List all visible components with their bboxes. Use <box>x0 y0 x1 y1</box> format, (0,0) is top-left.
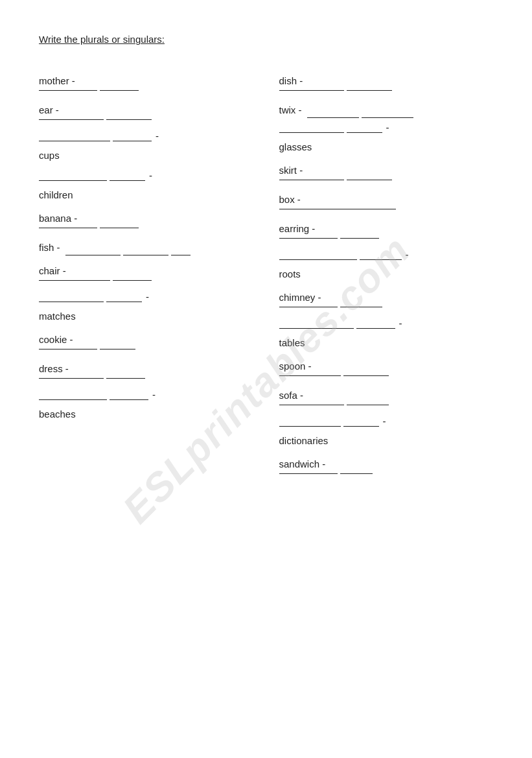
answer-line: - <box>279 318 494 329</box>
answer-line <box>279 90 494 91</box>
word-label: cups <box>39 148 253 163</box>
answer-line <box>39 228 253 228</box>
answer-line: - <box>39 130 253 141</box>
answer-line <box>279 375 494 376</box>
word-label: dress - <box>39 361 253 377</box>
right-column: dish - twix - - glasses <box>266 67 494 479</box>
word-label: children <box>39 187 253 203</box>
word-label: fish - <box>39 240 253 255</box>
list-item: chair - <box>39 257 253 285</box>
list-item: - tables <box>279 313 494 351</box>
list-item: dish - <box>279 67 494 95</box>
answer-line <box>279 209 494 209</box>
list-item: chimney - <box>279 283 494 311</box>
list-item: ear - <box>39 96 253 124</box>
word-label: sofa - <box>279 388 494 403</box>
word-label: sandwich - <box>279 456 494 472</box>
word-label: twix - <box>279 102 494 118</box>
answer-line: - <box>279 249 494 260</box>
answer-line <box>39 378 253 379</box>
answer-line: - <box>39 170 253 181</box>
answer-line: - <box>279 416 494 427</box>
word-label: skirt - <box>279 163 494 178</box>
word-label: roots <box>279 266 494 282</box>
word-label: chimney - <box>279 290 494 305</box>
answer-line <box>279 405 494 405</box>
instruction-text: Write the plurals or singulars: <box>39 34 165 45</box>
answer-line <box>279 180 494 180</box>
word-label: mother - <box>39 73 253 89</box>
word-label: cookie - <box>39 332 253 348</box>
list-item: earring - <box>279 215 494 243</box>
word-label: glasses <box>279 139 494 155</box>
answer-line <box>279 473 494 474</box>
list-item: twix - - glasses <box>279 96 494 155</box>
list-item: - roots <box>279 244 494 282</box>
word-label: chair - <box>39 263 253 279</box>
word-label: spoon - <box>279 359 494 374</box>
answer-line <box>39 90 253 91</box>
word-label: earring - <box>279 221 494 237</box>
list-item: banana - <box>39 204 253 232</box>
word-label: matches <box>39 309 253 324</box>
list-item: spoon - <box>279 352 494 380</box>
header: Write the plurals or singulars: <box>39 32 493 47</box>
word-label: ear - <box>39 102 253 118</box>
list-item: mother - <box>39 67 253 95</box>
list-item: sofa - <box>279 381 494 409</box>
word-label: dictionaries <box>279 433 494 449</box>
answer-line: - <box>39 389 253 400</box>
word-label: dish - <box>279 73 494 89</box>
content-area: mother - ear - - cups <box>39 67 493 479</box>
answer-line <box>279 238 494 239</box>
answer-line <box>39 349 253 349</box>
answer-line <box>39 280 253 281</box>
list-item: box - <box>279 185 494 213</box>
answer-line <box>279 307 494 307</box>
answer-line: - <box>279 122 494 133</box>
list-item: - children <box>39 165 253 203</box>
list-item: - cups <box>39 125 253 163</box>
answer-line: - <box>39 291 253 302</box>
left-column: mother - ear - - cups <box>39 67 266 423</box>
page: ESLprintables.com Write the plurals or s… <box>0 0 532 758</box>
list-item: cookie - <box>39 326 253 353</box>
list-item: - beaches <box>39 384 253 422</box>
list-item: sandwich - <box>279 450 494 478</box>
word-label: box - <box>279 192 494 207</box>
answer-line <box>39 119 253 120</box>
word-label: banana - <box>39 211 253 226</box>
list-item: - dictionaries <box>279 410 494 449</box>
list-item: fish - <box>39 233 253 255</box>
word-label: beaches <box>39 407 253 422</box>
list-item: skirt - <box>279 156 494 184</box>
word-label: tables <box>279 335 494 351</box>
list-item: dress - <box>39 355 253 383</box>
list-item: - matches <box>39 286 253 324</box>
